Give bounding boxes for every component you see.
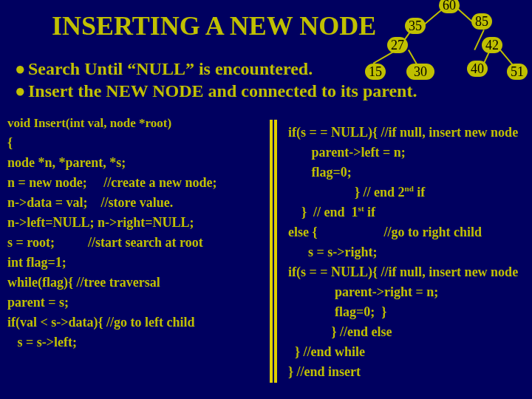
- bullet-1: ● Search Until “NULL” is encountered.: [15, 58, 517, 80]
- tree-node-30: 30: [406, 64, 434, 80]
- tree-node-35: 35: [405, 18, 426, 34]
- divider-bar: [274, 120, 277, 383]
- code-line: } // end 2nd if: [288, 183, 532, 202]
- code-fragment: } // end 2: [288, 185, 405, 200]
- code-line: } // end 1st if: [288, 202, 532, 222]
- code-line: s = s->right;: [288, 242, 532, 262]
- code-line: int flag=1;: [7, 253, 273, 273]
- tree-node-51: 51: [507, 64, 528, 80]
- superscript: nd: [405, 184, 414, 193]
- code-line: while(flag){ //tree traversal: [7, 273, 273, 293]
- code-line: s = root; //start search at root: [7, 233, 273, 253]
- tree-node-27: 27: [387, 37, 408, 53]
- code-line: } //end while: [288, 342, 532, 362]
- code-right: if(s = = NULL){ //if null, insert new no…: [288, 123, 532, 382]
- bullet-1-text: Search Until “NULL” is encountered.: [28, 59, 313, 78]
- code-line: n->data = val; //store value.: [7, 193, 273, 213]
- code-line: parent->left = n;: [288, 143, 532, 163]
- code-line: } //end else: [288, 322, 532, 342]
- code-left: void Insert(int val, node *root) { node …: [7, 114, 273, 352]
- slide-title: INSERTING A NEW NODE: [52, 10, 376, 41]
- code-line: } //end insert: [288, 362, 532, 382]
- tree-node-60: 60: [439, 0, 460, 13]
- code-line: if(s = = NULL){ //if null, insert new no…: [288, 123, 532, 143]
- superscript: st: [358, 204, 364, 213]
- bullet-icon: ●: [15, 80, 26, 102]
- tree-node-42: 42: [482, 37, 502, 53]
- code-line: else { //go to right child: [288, 222, 532, 242]
- code-line: void Insert(int val, node *root): [7, 114, 273, 133]
- bullet-2: ● Insert the NEW NODE and connected to i…: [15, 80, 517, 102]
- code-line: flag=0;: [288, 163, 532, 183]
- code-line: if(s = = NULL){ //if null, insert new no…: [288, 262, 532, 282]
- code-line: n = new node; //create a new node;: [7, 173, 273, 193]
- code-line: parent->right = n;: [288, 282, 532, 302]
- code-fragment: } // end 1: [288, 205, 358, 219]
- bullet-list: ● Search Until “NULL” is encountered. ● …: [15, 58, 517, 102]
- code-line: if(val < s->data){ //go to left child: [7, 313, 273, 332]
- code-fragment: if: [364, 205, 376, 219]
- tree-node-85: 85: [471, 13, 492, 30]
- code-line: flag=0; }: [288, 302, 532, 322]
- code-line: node *n, *parent, *s;: [7, 153, 273, 173]
- code-line: {: [7, 133, 273, 153]
- code-fragment: if: [414, 185, 426, 200]
- code-line: s = s->left;: [7, 332, 273, 352]
- tree-node-15: 15: [365, 64, 386, 80]
- bullet-icon: ●: [15, 58, 26, 80]
- tree-node-40: 40: [467, 61, 488, 77]
- bullet-2-text: Insert the NEW NODE and connected to its…: [28, 81, 417, 100]
- code-line: parent = s;: [7, 293, 273, 313]
- code-line: n->left=NULL; n->right=NULL;: [7, 213, 273, 233]
